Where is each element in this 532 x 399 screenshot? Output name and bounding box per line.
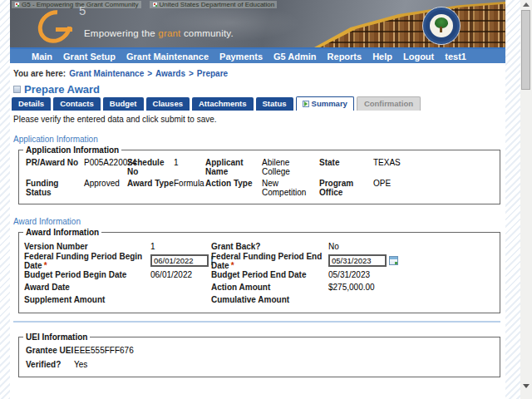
library-photo-swoosh [314, 0, 505, 47]
schedule-no-label: Schedule No [127, 158, 174, 176]
active-tab-marker-icon [303, 101, 309, 107]
pr-award-no-value: P005A220024 [84, 158, 127, 176]
frame-title-ed-label: United States Department of Education [160, 1, 275, 8]
nav-item-grant-maintenance[interactable]: Grant Maintenance [126, 52, 209, 62]
broken-image-icon [152, 2, 158, 7]
breadcrumb-link-grant-maintenance[interactable]: Grant Maintenance [69, 69, 144, 78]
scroll-down-arrow-icon[interactable] [523, 384, 530, 388]
uei-information-fieldset: UEI Information Grantee UEI EEE555FFF676… [18, 332, 500, 377]
action-type-value: New Competition [262, 179, 319, 197]
state-value: TEXAS [373, 158, 500, 176]
award-information-link[interactable]: Award Information [13, 217, 81, 226]
nav-item-username[interactable]: test1 [445, 52, 466, 62]
scrollbar-thumb[interactable] [521, 10, 530, 90]
program-office-label: Program Office [319, 179, 373, 197]
nav-item-grant-setup[interactable]: Grant Setup [63, 52, 116, 62]
budget-begin-label: Budget Period Begin Date [24, 270, 150, 279]
grant-back-value: No [328, 242, 500, 251]
budget-end-label: Budget Period End Date [211, 270, 328, 279]
action-amount-label: Action Amount [211, 283, 328, 292]
application-information-grid: PR/Award No P005A220024 Schedule No 1 Ap… [19, 155, 500, 204]
applicant-name-value: Abilene College [262, 158, 319, 176]
award-type-label: Award Type [127, 179, 174, 197]
seal-inner-circle [430, 14, 453, 37]
tagline-suffix: community. [181, 28, 234, 38]
nav-item-g5-admin[interactable]: G5 Admin [273, 52, 317, 62]
scroll-up-arrow-icon[interactable] [523, 2, 530, 7]
cumulative-amount-label: Cumulative Amount [211, 295, 328, 304]
breadcrumb: You are here: Grant Maintenance > Awards… [13, 68, 505, 79]
tagline-prefix: Empowering the [84, 28, 158, 38]
page-title-row: Prepare Award [13, 83, 505, 96]
funding-status-label: Funding Status [26, 179, 84, 197]
grant-back-label: Grant Back? [211, 242, 328, 251]
section-divider [13, 321, 500, 323]
tab-summary[interactable]: Summary [296, 96, 354, 111]
tab-attachments[interactable]: Attachments [192, 97, 254, 111]
tab-details[interactable]: Details [12, 97, 51, 111]
uei-information-legend: UEI Information [23, 332, 90, 342]
federal-funding-period-row: Federal Funding Period Begin Date* Feder… [24, 253, 500, 268]
federal-funding-end-label-wrap: Federal Funding Period End Date* [211, 252, 328, 270]
uei-information-grid: Grantee UEI EEE555FFF676 Verified? Yes [19, 342, 500, 377]
verified-label: Verified? [26, 360, 74, 369]
broken-image-icon [14, 2, 20, 7]
required-marker: * [231, 261, 234, 270]
tab-bar: Details Contacts Budget Clauses Attachme… [12, 97, 505, 111]
grantee-uei-label: Grantee UEI [26, 346, 74, 355]
tab-budget[interactable]: Budget [103, 97, 144, 111]
award-information-rows: Version Number 1 Grant Back? No Federal … [19, 237, 500, 313]
application-information-link[interactable]: Application Information [13, 135, 98, 144]
breadcrumb-link-prepare[interactable]: Prepare [197, 69, 228, 78]
award-type-value: Formula [174, 179, 205, 197]
nav-item-payments[interactable]: Payments [219, 52, 263, 62]
funding-status-value: Approved [84, 179, 127, 197]
federal-funding-end-label: Federal Funding Period End Date [211, 252, 322, 270]
nav-item-help[interactable]: Help [372, 52, 392, 62]
header-banner: 5 Empowering the grant community. G5 - E… [10, 0, 505, 47]
applicant-name-label: Applicant Name [205, 158, 262, 176]
nav-item-main[interactable]: Main [32, 52, 52, 62]
tab-clauses[interactable]: Clauses [146, 97, 190, 111]
department-of-education-seal-icon [422, 7, 461, 45]
program-office-value: OPE [373, 179, 500, 197]
breadcrumb-separator: > [147, 69, 152, 78]
federal-funding-end-date-input[interactable] [328, 254, 387, 267]
nav-item-reports[interactable]: Reports [328, 52, 362, 62]
main-content: You are here: Grant Maintenance > Awards… [10, 63, 505, 399]
frame-title-g5: G5 - Empowering the Grant Community [12, 1, 141, 8]
breadcrumb-prefix: You are here: [13, 69, 66, 78]
award-date-action-amount-row: Award Date Action Amount $275,000.00 [24, 281, 500, 293]
version-number-label: Version Number [24, 242, 150, 251]
federal-funding-begin-date-input[interactable] [150, 254, 209, 267]
main-nav-bar: Main Grant Setup Grant Maintenance Payme… [10, 47, 505, 63]
g5-logo-bar [56, 27, 72, 32]
action-amount-value: $275,000.00 [328, 283, 500, 292]
supplement-amount-label: Supplement Amount [24, 295, 150, 304]
content-column: 5 Empowering the grant community. G5 - E… [10, 0, 505, 399]
federal-funding-end-field-wrap [328, 254, 500, 267]
version-number-value: 1 [150, 242, 211, 251]
budget-end-value: 05/31/2023 [328, 270, 500, 279]
vertical-scrollbar[interactable] [520, 0, 532, 399]
schedule-no-value: 1 [174, 158, 205, 176]
breadcrumb-separator: > [189, 69, 194, 78]
banner-tagline: Empowering the grant community. [84, 28, 234, 38]
award-information-legend: Award Information [23, 228, 101, 237]
pr-award-no-label: PR/Award No [26, 158, 84, 176]
form-icon [13, 86, 21, 93]
tab-status[interactable]: Status [256, 97, 293, 111]
tab-contacts[interactable]: Contacts [53, 97, 101, 111]
tab-summary-label: Summary [312, 99, 347, 108]
breadcrumb-link-awards[interactable]: Awards [155, 69, 185, 78]
application-information-legend: Application Information [23, 145, 121, 155]
nav-item-logout[interactable]: Logout [403, 52, 434, 62]
budget-period-row: Budget Period Begin Date 06/01/2022 Budg… [24, 268, 500, 281]
tab-confirmation: Confirmation [357, 96, 421, 111]
award-date-label: Award Date [24, 283, 150, 292]
federal-funding-begin-label: Federal Funding Period Begin Date [24, 252, 142, 270]
frame-title-bar: G5 - Empowering the Grant Community Unit… [12, 1, 277, 8]
g5-logo-ring [32, 3, 79, 47]
calendar-icon[interactable] [389, 256, 398, 265]
frame-title-g5-label: G5 - Empowering the Grant Community [22, 1, 139, 8]
